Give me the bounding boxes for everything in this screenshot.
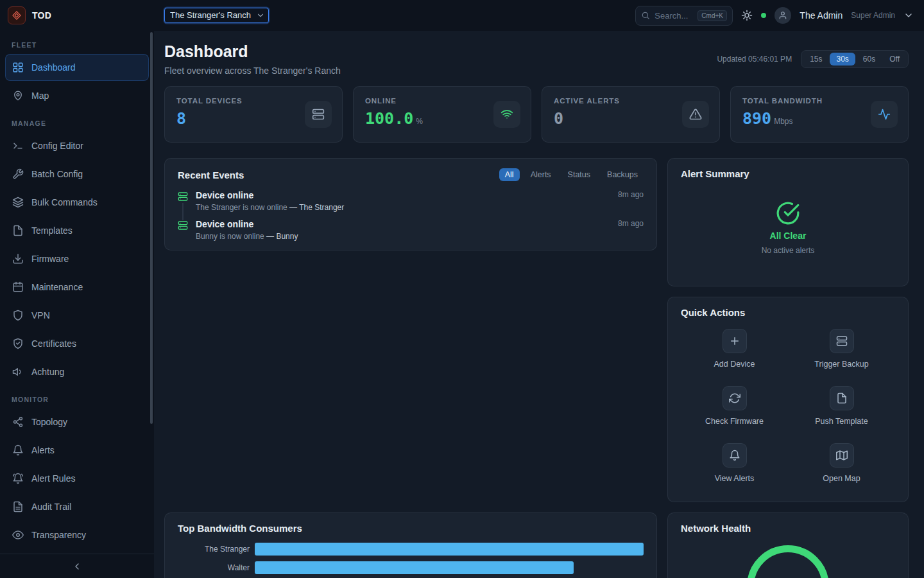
event-row[interactable]: Device onlineBunny is now online — Bunny… xyxy=(178,218,644,247)
event-row[interactable]: Device onlineThe Stranger is now online … xyxy=(178,189,644,218)
megaphone-icon xyxy=(12,366,24,378)
file-icon xyxy=(12,225,24,236)
quick-actions-title: Quick Actions xyxy=(681,307,745,318)
server-icon xyxy=(305,101,332,128)
event-time: 8m ago xyxy=(618,219,644,241)
wrench-icon xyxy=(12,168,24,180)
stat-card-online: ONLINE 100.0% xyxy=(353,86,531,143)
user-name: The Admin xyxy=(800,10,843,21)
bandwidth-bar-label: The Stranger xyxy=(178,545,250,554)
search-input[interactable] xyxy=(654,11,693,21)
sidebar-section-label: MONITOR xyxy=(5,387,149,408)
quick-action-push-template[interactable]: Push Template xyxy=(788,386,895,426)
stat-card-total-bandwidth: TOTAL BANDWIDTH 890Mbps xyxy=(730,86,909,143)
sidebar-item-alert-rules[interactable]: Alert Rules xyxy=(5,465,149,492)
event-title: Device online xyxy=(196,190,610,200)
quick-action-trigger-backup[interactable]: Trigger Backup xyxy=(788,329,895,369)
alert-detail-text: No active alerts xyxy=(762,246,815,255)
sidebar-item-label: VPN xyxy=(31,310,50,320)
plus-icon xyxy=(723,329,747,353)
sidebar-item-topology[interactable]: Topology xyxy=(5,408,149,435)
sidebar-item-vpn[interactable]: VPN xyxy=(5,302,149,329)
bandwidth-bar xyxy=(255,543,644,556)
event-filter-backups[interactable]: Backups xyxy=(601,168,644,181)
quick-action-add-device[interactable]: Add Device xyxy=(681,329,788,369)
search-box[interactable]: Cmd+K xyxy=(635,6,733,26)
sidebar-scrollbar[interactable] xyxy=(150,32,153,424)
stat-unit: Mbps xyxy=(774,117,792,126)
theme-toggle-sun-icon[interactable] xyxy=(741,10,753,21)
sidebar-collapse-button[interactable] xyxy=(0,554,154,578)
bandwidth-chart-card: Top Bandwidth Consumers The StrangerWalt… xyxy=(164,512,657,578)
fleet-selector-wrap: The Stranger's Ranch xyxy=(164,8,269,23)
user-menu-chevron-down-icon[interactable] xyxy=(903,10,914,21)
activity-icon xyxy=(871,101,898,128)
event-description: Bunny is now online — Bunny xyxy=(196,232,610,241)
sidebar-item-certificates[interactable]: Certificates xyxy=(5,330,149,357)
quick-action-label: Add Device xyxy=(714,360,755,369)
sidebar-item-achtung[interactable]: Achtung xyxy=(5,358,149,385)
quick-action-label: Push Template xyxy=(815,417,868,426)
bandwidth-bar xyxy=(255,561,574,574)
bandwidth-bar-row: The Stranger xyxy=(178,543,644,556)
event-list: Device onlineThe Stranger is now online … xyxy=(178,189,644,247)
topbar: TOD The Stranger's Ranch Cmd+K The Admin… xyxy=(0,0,924,31)
sidebar-item-firmware[interactable]: Firmware xyxy=(5,245,149,272)
sidebar-item-map[interactable]: Map xyxy=(5,82,149,109)
refresh-option-30s[interactable]: 30s xyxy=(830,53,855,66)
page-title: Dashboard xyxy=(164,42,341,61)
fleet-selector[interactable]: The Stranger's Ranch xyxy=(164,8,269,23)
stat-card-total-devices: TOTAL DEVICES 8 xyxy=(164,86,343,143)
sidebar-section-label: FLEET xyxy=(5,32,149,54)
user-role: Super Admin xyxy=(851,11,895,20)
stat-value: 100.0 xyxy=(365,109,413,128)
sidebar-item-config-editor[interactable]: Config Editor xyxy=(5,132,149,159)
stat-cards: TOTAL DEVICES 8 ONLINE 100.0% ACTIVE ALE… xyxy=(164,86,909,143)
sidebar-item-bulk-commands[interactable]: Bulk Commands xyxy=(5,189,149,216)
grid-icon xyxy=(12,62,24,73)
sidebar-item-alerts[interactable]: Alerts xyxy=(5,437,149,464)
sidebar-item-label: Audit Trail xyxy=(31,502,71,512)
alert-summary-card: Alert Summary All Clear No active alerts xyxy=(667,158,909,286)
network-health-gauge xyxy=(747,545,829,578)
refresh-option-off[interactable]: Off xyxy=(883,53,906,66)
alert-status-text: All Clear xyxy=(770,231,807,241)
file-icon xyxy=(830,386,854,410)
refresh-option-60s[interactable]: 60s xyxy=(857,53,882,66)
page-header: Dashboard Fleet overview across The Stra… xyxy=(164,42,909,76)
event-filter-status[interactable]: Status xyxy=(562,168,596,181)
quick-action-open-map[interactable]: Open Map xyxy=(788,443,895,483)
sidebar-item-maintenance[interactable]: Maintenance xyxy=(5,274,149,301)
stat-card-active-alerts: ACTIVE ALERTS 0 xyxy=(542,86,720,143)
quick-action-label: Open Map xyxy=(823,474,860,483)
alert-summary-title: Alert Summary xyxy=(681,168,895,179)
event-filter-all[interactable]: All xyxy=(499,168,520,181)
event-filters: AllAlertsStatusBackups xyxy=(499,168,644,181)
app-name: TOD xyxy=(32,10,51,21)
quick-actions-card: Quick Actions Add DeviceTrigger BackupCh… xyxy=(667,297,909,502)
sidebar-item-label: Batch Config xyxy=(31,169,83,179)
sidebar-item-dashboard[interactable]: Dashboard xyxy=(5,54,149,81)
sidebar-item-templates[interactable]: Templates xyxy=(5,217,149,244)
connection-status-dot xyxy=(761,13,766,18)
sidebar-item-label: Topology xyxy=(31,417,67,427)
sidebar-item-audit-trail[interactable]: Audit Trail xyxy=(5,493,149,520)
topology-icon xyxy=(12,416,24,428)
server-icon xyxy=(178,220,188,241)
event-time: 8m ago xyxy=(618,190,644,212)
event-device: — Bunny xyxy=(266,232,298,241)
avatar[interactable] xyxy=(774,7,791,24)
event-filter-alerts[interactable]: Alerts xyxy=(525,168,557,181)
sidebar-item-batch-config[interactable]: Batch Config xyxy=(5,161,149,188)
sidebar-item-transparency[interactable]: Transparency xyxy=(5,521,149,548)
refresh-option-15s[interactable]: 15s xyxy=(803,53,828,66)
quick-action-check-firmware[interactable]: Check Firmware xyxy=(681,386,788,426)
wifi-icon xyxy=(493,101,520,128)
download-icon xyxy=(12,253,24,265)
quick-action-view-alerts[interactable]: View Alerts xyxy=(681,443,788,483)
quick-action-label: Trigger Backup xyxy=(814,360,868,369)
sidebar-item-label: Map xyxy=(31,91,49,101)
sidebar-item-label: Certificates xyxy=(31,338,76,349)
chevron-left-icon xyxy=(72,561,82,572)
calendar-icon xyxy=(12,281,24,293)
